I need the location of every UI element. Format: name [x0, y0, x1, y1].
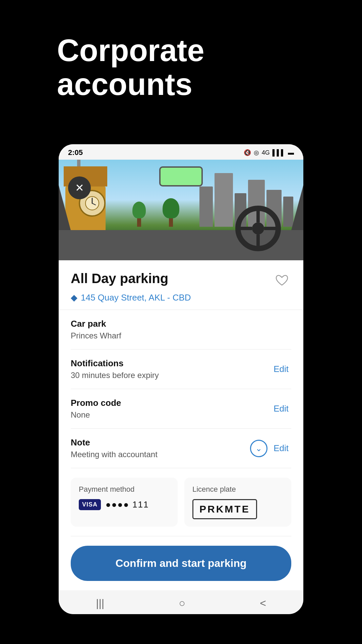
confirm-parking-button[interactable]: Confirm and start parking: [71, 546, 291, 581]
notifications-info: Notifications 30 minutes before expiry: [71, 358, 159, 380]
back-nav-icon[interactable]: <: [260, 597, 266, 609]
payment-method-row: VISA ●●●● 111: [79, 499, 170, 510]
notifications-label: Notifications: [71, 358, 159, 369]
rearview-mirror: [159, 166, 203, 186]
notifications-edit-button[interactable]: Edit: [271, 363, 291, 376]
car-park-label: Car park: [71, 319, 121, 329]
promo-code-value: None: [71, 410, 121, 420]
promo-edit-button[interactable]: Edit: [271, 402, 291, 415]
tree-1: [132, 202, 146, 227]
close-button[interactable]: ✕: [68, 176, 91, 199]
visa-badge: VISA: [79, 499, 101, 510]
promo-code-info: Promo code None: [71, 398, 121, 420]
note-value: Meeting with accountant: [71, 450, 158, 459]
building-6: [283, 197, 293, 227]
note-label: Note: [71, 437, 158, 448]
parking-title: All Day parking: [71, 271, 168, 286]
note-edit-button[interactable]: Edit: [271, 442, 291, 455]
signal-bars: ▌▌▌: [273, 149, 285, 156]
note-info: Note Meeting with accountant: [71, 437, 158, 459]
tree-top: [132, 202, 146, 218]
location-icon: ◎: [254, 149, 259, 156]
status-time: 2:05: [68, 148, 83, 157]
scroll-down-button[interactable]: ⌄: [250, 440, 267, 457]
hero-image: ✕: [59, 160, 303, 260]
dashboard: [59, 230, 303, 260]
corporate-accounts-heading: Corporate accounts: [57, 34, 328, 101]
bottom-nav-bar: ||| ○ <: [59, 590, 303, 614]
chevron-down-icon: ⌄: [255, 444, 262, 453]
note-actions: ⌄ Edit: [250, 440, 291, 457]
menu-nav-icon[interactable]: |||: [96, 597, 104, 609]
notifications-value: 30 minutes before expiry: [71, 371, 159, 380]
licence-plate-value: PRKMTE: [192, 499, 257, 519]
address-row: ◆ 145 Quay Street, AKL - CBD: [71, 292, 291, 303]
steering-wheel: [233, 203, 283, 254]
home-nav-icon[interactable]: ○: [179, 597, 185, 609]
payment-method-title: Payment method: [79, 485, 170, 494]
mute-icon: 🔇: [244, 149, 251, 156]
car-park-info: Car park Princes Wharf: [71, 319, 121, 340]
phone-mockup: 2:05 🔇 ◎ 4G ▌▌▌ ▬: [59, 144, 303, 614]
status-bar: 2:05 🔇 ◎ 4G ▌▌▌ ▬: [59, 144, 303, 160]
note-row: Note Meeting with accountant ⌄ Edit: [71, 429, 291, 468]
card-number: ●●●● 111: [106, 499, 149, 510]
ben-spire: [77, 160, 80, 166]
battery-icon: ▬: [288, 149, 294, 156]
tree-trunk: [137, 218, 141, 227]
address-text[interactable]: 145 Quay Street, AKL - CBD: [81, 292, 191, 303]
tree-top: [163, 198, 179, 218]
navigation-icon: ◆: [71, 292, 77, 303]
licence-plate-card[interactable]: Licence plate PRKMTE: [184, 478, 291, 527]
promo-code-row: Promo code None Edit: [71, 389, 291, 429]
status-icons: 🔇 ◎ 4G ▌▌▌ ▬: [244, 149, 294, 156]
payment-section: Payment method VISA ●●●● 111 Licence pla…: [71, 468, 291, 536]
notifications-row: Notifications 30 minutes before expiry E…: [71, 350, 291, 389]
tree-trunk: [169, 218, 173, 227]
title-row: All Day parking: [71, 271, 291, 290]
car-park-value: Princes Wharf: [71, 331, 121, 340]
favorite-button[interactable]: [273, 271, 291, 290]
payment-method-card[interactable]: Payment method VISA ●●●● 111: [71, 478, 178, 527]
tree-2: [163, 198, 179, 227]
content-area: All Day parking ◆ 145 Quay Street, AKL -…: [59, 260, 303, 590]
car-park-row: Car park Princes Wharf: [71, 310, 291, 350]
close-icon: ✕: [75, 182, 84, 193]
promo-code-label: Promo code: [71, 398, 121, 408]
signal-icon: 4G: [262, 149, 270, 156]
building-1: [199, 186, 213, 227]
svg-point-4: [252, 222, 264, 234]
page-background-title: Corporate accounts: [57, 34, 328, 101]
building-2: [215, 173, 233, 227]
licence-plate-title: Licence plate: [192, 485, 283, 494]
